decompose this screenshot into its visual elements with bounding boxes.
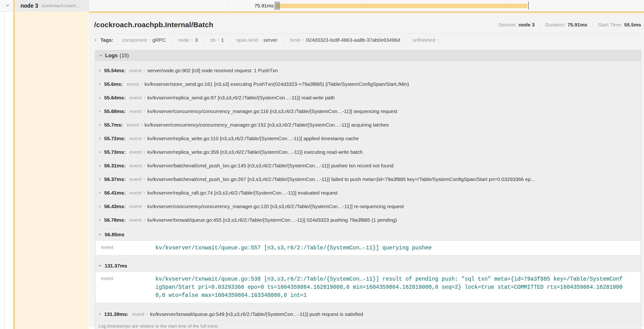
- chevron-right-icon: [98, 164, 101, 167]
- equals-sign: =: [143, 68, 146, 73]
- log-timestamp: 131.39ms:: [104, 311, 128, 317]
- log-timestamp: 56.85ms: [105, 232, 124, 238]
- log-event-value: kv/kvserver/concurrency/concurrency_mana…: [147, 204, 404, 209]
- start-time-label: Start Time:: [598, 22, 622, 28]
- log-entry-row[interactable]: 55.72ms:event=kv/kvserver/replica_write.…: [95, 132, 641, 145]
- log-field-name: event: [130, 204, 142, 209]
- log-entry-row[interactable]: 55.6ms:event=kv/kvserver/store_send.go:1…: [95, 77, 641, 91]
- log-entry-expanded: 131.37mseventkv/kvserver/txnwait/queue.g…: [95, 260, 641, 303]
- log-timestamp: 56.43ms:: [104, 204, 126, 209]
- log-event-value: kv/kvserver/txnwait/queue.go:455 [n3,s3,…: [147, 217, 397, 223]
- equals-sign: =: [143, 163, 146, 168]
- selected-span-accent-bar: [13, 0, 15, 329]
- tag-key: sb: [210, 37, 216, 43]
- chevron-right-icon: [98, 151, 101, 154]
- chevron-right-icon: [98, 313, 101, 316]
- log-event-value: kv/kvserver/replica_write.go:359 [n3,s3,…: [147, 149, 362, 155]
- meta-divider: [592, 22, 593, 28]
- chevron-right-icon: [98, 137, 101, 140]
- log-entry-row[interactable]: 56.43ms:event=kv/kvserver/concurrency/co…: [95, 200, 641, 213]
- log-entry-row[interactable]: 55.7ms:event=kv/kvserver/concurrency/con…: [95, 118, 641, 132]
- left-gutter-divider: [4, 0, 4, 329]
- log-entry-row[interactable]: 55.73ms:event=kv/kvserver/replica_write.…: [95, 145, 641, 159]
- log-entry-row[interactable]: 56.37ms:event=kv/kvserver/batcheval/cmd_…: [95, 172, 641, 186]
- log-field-name: event: [126, 81, 139, 87]
- equals-sign: =: [217, 38, 220, 42]
- logs-count: (15): [120, 52, 129, 59]
- equals-sign: =: [143, 136, 146, 141]
- log-detail-card: eventkv/kvserver/txnwait/queue.go:538 [n…: [95, 272, 641, 303]
- ruler-gridline: [228, 0, 228, 12]
- equals-sign: =: [143, 204, 146, 209]
- logs-accordion: Logs (15) 55.54ms:event=server/node.go:9…: [95, 50, 641, 329]
- span-detail-title: /cockroach.roachpb.Internal/Batch: [94, 21, 213, 29]
- log-entry-row[interactable]: 55.68ms:event=kv/kvserver/concurrency/co…: [95, 104, 641, 118]
- tag-item: component=gRPC: [116, 37, 172, 43]
- span-row-name-cell[interactable]: node 3 /cockroach.roach…: [15, 0, 89, 12]
- log-entry-toggle[interactable]: 131.37ms: [95, 260, 641, 272]
- log-entry-row[interactable]: 55.54ms:event=server/node.go:902 [n3] no…: [95, 64, 641, 77]
- log-event-value: kv/kvserver/batcheval/cmd_push_txn.go:14…: [147, 163, 394, 168]
- meta-divider: [540, 22, 540, 28]
- chevron-right-icon: [98, 178, 101, 181]
- start-time-value: 55.5ms: [624, 22, 641, 28]
- chevron-right-icon: [98, 192, 101, 194]
- log-field-name: event: [130, 190, 142, 196]
- log-entry-row[interactable]: 56.31ms:event=kv/kvserver/batcheval/cmd_…: [95, 159, 641, 172]
- equals-sign: =: [302, 38, 304, 42]
- chevron-right-icon: [98, 110, 101, 113]
- log-field-name: event: [130, 136, 142, 141]
- collapse-all-chevron-icon[interactable]: [6, 4, 9, 7]
- log-field-name: event: [95, 240, 156, 255]
- log-tick-marks: [274, 2, 280, 10]
- selected-span-name-column[interactable]: [15, 12, 89, 329]
- log-timestamp: 56.41ms:: [104, 190, 126, 196]
- log-entry-row[interactable]: 56.78ms:event=kv/kvserver/txnwait/queue.…: [95, 213, 641, 227]
- chevron-right-icon: [98, 83, 101, 86]
- service-label: Service:: [498, 22, 517, 28]
- chevron-down-icon: [99, 54, 102, 57]
- log-timestamp: 55.7ms:: [104, 122, 123, 128]
- span-duration-label: 75.91ms: [234, 0, 274, 12]
- log-field-name: event: [95, 272, 156, 303]
- chevron-right-icon: [98, 69, 101, 72]
- tag-value: 1: [221, 37, 224, 43]
- log-detail-card: eventkv/kvserver/txnwait/queue.go:557 [n…: [95, 240, 641, 256]
- chevron-right-icon: [98, 205, 101, 208]
- tag-key: component: [122, 37, 146, 43]
- span-end-marker: [528, 2, 529, 9]
- service-value: node 3: [518, 22, 534, 28]
- log-timestamp: 56.37ms:: [104, 176, 126, 182]
- logs-accordion-toggle[interactable]: Logs (15): [95, 50, 641, 61]
- tag-item: txnid=024d3323-6c8f-4863-aa8b-37ab0e6349…: [284, 37, 406, 43]
- log-field-name: event: [126, 122, 139, 128]
- equals-sign: =: [140, 122, 143, 127]
- log-timestamp: 56.31ms:: [104, 163, 126, 168]
- log-event-value: kv/kvserver/txnwait/queue.go:538 [n3,s3,…: [156, 272, 641, 303]
- tag-key: unfinished: [412, 37, 436, 43]
- chevron-right-icon: [98, 124, 101, 126]
- log-field-name: event: [130, 68, 142, 74]
- tag-item: node=3: [172, 37, 204, 43]
- span-duration-bar[interactable]: [276, 4, 527, 8]
- log-event-value: kv/kvserver/concurrency/concurrency_mana…: [145, 122, 389, 128]
- span-service-name: node 3: [20, 2, 38, 9]
- log-event-value: kv/kvserver/txnwait/queue.go:557 [n3,s3,…: [156, 240, 641, 255]
- equals-sign: =: [191, 38, 193, 42]
- log-entry-row[interactable]: 56.41ms:event=kv/kvserver/replica_raft.g…: [95, 186, 641, 200]
- log-event-value: kv/kvserver/replica_send.go:97 [n3,s3,r6…: [147, 95, 335, 100]
- chevron-right-icon: [94, 38, 97, 42]
- tag-value: 3: [195, 37, 198, 43]
- tags-label: Tags:: [100, 37, 113, 43]
- tag-value: gRPC: [152, 37, 166, 43]
- log-field-name: event: [130, 108, 142, 114]
- log-entry-row[interactable]: 131.39ms:event=kv/kvserver/txnwait/queue…: [95, 307, 641, 321]
- log-entry-toggle[interactable]: 56.85ms: [95, 229, 641, 240]
- log-entry-row[interactable]: 55.64ms:event=kv/kvserver/replica_send.g…: [95, 91, 641, 104]
- log-event-value: kv/kvserver/store_send.go:161 [n3,s3] ex…: [145, 81, 409, 87]
- tags-accordion-toggle[interactable]: Tags: component=gRPCnode=3sb=1span.kind=…: [94, 34, 641, 46]
- tag-key: span.kind: [236, 37, 258, 43]
- log-field-name: event: [130, 149, 142, 155]
- duration-value: 75.91ms: [568, 22, 587, 28]
- log-event-value: kv/kvserver/txnwait/queue.go:549 [n3,s3,…: [150, 311, 363, 317]
